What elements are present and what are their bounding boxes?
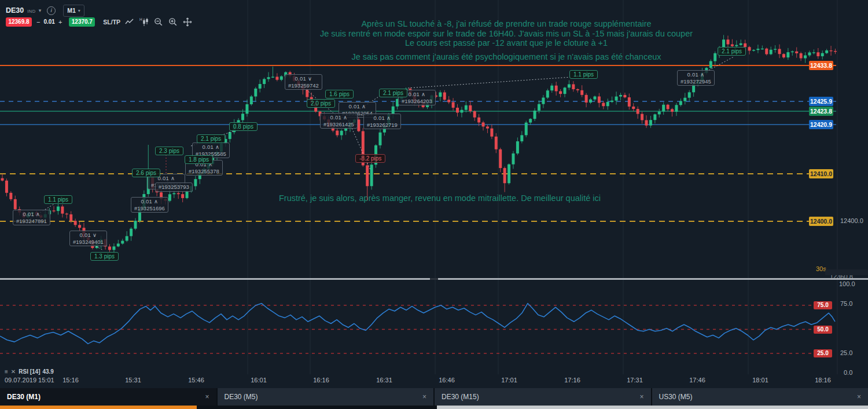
candlestick-tool-icon[interactable]: H [139, 17, 149, 27]
tab-close-icon[interactable]: × [857, 393, 861, 401]
rsi-value: 43.9 [42, 368, 53, 375]
order-id: #193262719 [367, 122, 398, 129]
bottom-strip [0, 406, 868, 409]
chart-tab[interactable]: DE30 (M15)× [435, 388, 651, 406]
price-level-badge[interactable]: 12425.9 [809, 97, 833, 106]
order-id: #193251696 [134, 205, 165, 212]
order-badge[interactable]: 0.01 ∧#193251696 [131, 197, 168, 213]
time-axis-label: 15:16 [62, 377, 79, 384]
pips-badge: 2.1 pips [197, 134, 225, 143]
gridlines [248, 0, 837, 374]
instrument-type-label: IND [27, 9, 35, 14]
pips-badge: 2.1 pips [718, 47, 746, 56]
pips-badge: 1.6 pips [325, 90, 354, 98]
pane-resize-handle[interactable] [430, 278, 438, 280]
rsi-level-lines [0, 305, 833, 353]
amount-value: 0.01 [43, 19, 54, 25]
time-axis-label: 17:01 [501, 377, 517, 384]
rsi-line [0, 304, 835, 344]
zoom-in-icon[interactable] [168, 17, 178, 27]
pan-tool-icon[interactable] [182, 17, 193, 27]
order-id: #193253793 [159, 184, 189, 191]
order-size: 0.01 ∧ [16, 211, 47, 218]
tab-close-icon[interactable]: × [639, 393, 643, 401]
notification-strip [0, 406, 197, 409]
chart-tab[interactable]: DE30 (M1)× [0, 388, 216, 406]
symbol-caret-icon[interactable]: ▾ [39, 8, 42, 13]
axis-cut-cap [825, 269, 868, 275]
time-axis-label: 15:31 [125, 377, 141, 384]
rsi-close-icon[interactable]: ✕ [11, 368, 16, 375]
rsi-axis-label: 75.0 [840, 300, 852, 307]
tab-label: DE30 (M1) [7, 393, 41, 401]
pips-badge: 0.8 pips [229, 122, 258, 131]
pips-badge: 2.3 pips [155, 147, 183, 155]
price-level-badge[interactable]: 12433.8 [809, 61, 833, 70]
pips-badge: 1.8 pips [185, 155, 213, 164]
pips-badge: 2.0 pips [307, 99, 335, 108]
order-badge[interactable]: 0.01 ∨#193249401 [69, 231, 107, 246]
tab-label: DE30 (M15) [442, 393, 479, 401]
sltp-button[interactable]: SL/TP [103, 19, 120, 25]
price-level-badge[interactable]: 12423.8 [809, 107, 833, 116]
trading-platform: Après un SL touché à -8, j'ai réfusé de … [0, 0, 868, 409]
order-size: 0.01 ∧ [681, 71, 711, 78]
order-size: 0.01 ∧ [196, 144, 226, 151]
rsi-axis-label: 100.0 [839, 280, 855, 287]
chart-tabs: DE30 (M1)×DE30 (M5)×DE30 (M15)×US30 (M5)… [0, 388, 868, 406]
amount-increase-button[interactable]: + [55, 19, 65, 25]
pips-badge: 2.6 pips [132, 169, 160, 177]
order-badge[interactable]: 0.01 ∨#193259742 [285, 74, 322, 90]
amount-decrease-button[interactable]: − [33, 19, 43, 25]
order-id: #193255378 [189, 168, 219, 175]
rsi-level-badge: 75.0 [814, 301, 832, 309]
order-badge[interactable]: 0.01 ∧#193272945 [677, 70, 715, 86]
timeframe-value: M1 [67, 7, 76, 14]
timeframe-caret-icon: ▾ [78, 8, 80, 13]
time-axis-label: 16:16 [313, 377, 329, 384]
pips-badge: -8.2 pips [355, 154, 385, 163]
rsi-level-badge: 50.0 [814, 326, 832, 334]
time-axis[interactable]: 09.07.2019 15:0115:1615:3115:4616:0116:1… [0, 375, 868, 388]
tab-close-icon[interactable]: × [205, 393, 209, 401]
zoom-out-icon[interactable] [153, 17, 164, 27]
line-chart-tool-icon[interactable] [124, 17, 135, 27]
time-axis-label: 17:31 [627, 377, 643, 384]
tab-close-icon[interactable]: × [422, 393, 426, 401]
time-axis-label: 16:46 [439, 377, 455, 384]
chart-tab[interactable]: US30 (M5)× [652, 388, 868, 406]
taskbar-strip [437, 406, 868, 409]
order-size: 0.01 ∧ [134, 198, 165, 205]
chart-toolbar: DE30 IND ▾ i M1▾ 12369.8 − 0.01 + 12370.… [0, 0, 266, 32]
rsi-axis-label: 0.0 [844, 369, 852, 376]
timeframe-select[interactable]: M1▾ [63, 5, 84, 17]
tab-label: DE30 (M5) [225, 393, 258, 401]
info-icon[interactable]: i [47, 6, 56, 15]
rsi-settings-icon[interactable]: ≡ [5, 368, 8, 375]
sell-button[interactable]: 12369.8 [6, 17, 32, 27]
price-level-badge[interactable]: 12410.0 [809, 169, 833, 178]
symbol-label[interactable]: DE30 [6, 6, 24, 14]
order-id: #193272945 [681, 78, 711, 85]
order-badge[interactable]: 0.01 ∧#193247891 [13, 210, 50, 225]
price-level-badge[interactable]: 12400.0 [809, 217, 833, 226]
rsi-axis-label: 25.0 [840, 349, 852, 356]
tab-label: US30 (M5) [659, 393, 693, 401]
time-axis-label: 18:01 [752, 377, 768, 384]
time-axis-label: 09.07.2019 15:01 [5, 377, 54, 384]
order-size: 0.01 ∨ [288, 75, 319, 82]
order-badge[interactable]: 0.01 ∧#193261425 [320, 113, 358, 129]
order-size: 0.01 ∧ [323, 114, 354, 121]
order-id: #193264203 [402, 98, 432, 105]
rsi-indicator-label: ≡ ✕ RSI [14] 43.9 [5, 368, 54, 375]
time-axis-label: 17:16 [564, 377, 580, 384]
buy-button[interactable]: 12370.7 [69, 17, 95, 27]
order-badge[interactable]: 0.01 ∧#193262719 [363, 114, 401, 129]
chart-tab[interactable]: DE30 (M5)× [218, 388, 434, 406]
pane-divider[interactable] [0, 278, 868, 280]
order-size: 0.01 ∧ [367, 115, 398, 122]
price-level-badge[interactable]: 12420.9 [809, 120, 833, 129]
order-badge[interactable]: #193253793 [155, 182, 193, 192]
price-chart-canvas[interactable] [0, 0, 868, 375]
order-size: 0.01 ∧ [342, 103, 373, 110]
